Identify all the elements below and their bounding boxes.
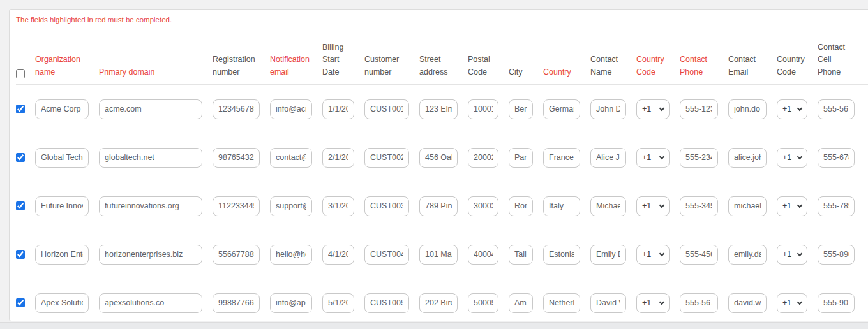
contact-phone-input[interactable] [680, 99, 718, 119]
notification-email-input[interactable] [270, 245, 312, 265]
postal-code-input[interactable] [468, 293, 498, 313]
country-input[interactable] [543, 196, 580, 216]
row-checkbox[interactable] [16, 105, 25, 113]
postal-code-input[interactable] [468, 245, 498, 265]
contact-cell-phone-input[interactable] [818, 245, 855, 265]
billing-start-date-input[interactable] [322, 196, 354, 216]
customer-number-input[interactable] [364, 245, 409, 265]
street-address-input[interactable] [419, 245, 458, 265]
column-header-customer-number: Customer number [364, 54, 409, 78]
contact-name-input[interactable] [590, 196, 626, 216]
country-input[interactable] [543, 245, 580, 265]
column-header-contact-email: Contact Email [728, 54, 767, 78]
column-header-street-address: Street address [419, 54, 458, 78]
notification-email-input[interactable] [270, 196, 312, 216]
notification-email-input[interactable] [270, 293, 312, 313]
chevron-down-icon [797, 299, 802, 304]
city-input[interactable] [509, 245, 533, 265]
chevron-down-icon [659, 105, 664, 110]
contact-phone-input[interactable] [680, 245, 718, 265]
cell-country-code-select[interactable]: +1 [777, 99, 807, 119]
contact-phone-input[interactable] [680, 148, 718, 168]
contact-cell-phone-input[interactable] [818, 99, 855, 119]
postal-code-input[interactable] [468, 148, 498, 168]
column-header-notification-email: Notification email [270, 54, 312, 78]
contact-phone-input[interactable] [680, 293, 718, 313]
notification-email-input[interactable] [270, 99, 312, 119]
column-header-country: Country [543, 66, 580, 78]
organization-name-input[interactable] [35, 99, 89, 119]
contact-name-input[interactable] [590, 293, 626, 313]
contact-name-input[interactable] [590, 99, 626, 119]
contact-email-input[interactable] [728, 99, 767, 119]
contact-email-input[interactable] [728, 245, 767, 265]
city-input[interactable] [509, 196, 533, 216]
customer-number-input[interactable] [364, 196, 409, 216]
primary-domain-input[interactable] [99, 99, 202, 119]
primary-domain-input[interactable] [99, 196, 202, 216]
cell-country-code-select[interactable]: +1 [777, 148, 807, 168]
country-input[interactable] [543, 148, 580, 168]
country-input[interactable] [543, 99, 580, 119]
table-row: +1 +1 [16, 230, 868, 279]
contact-email-input[interactable] [728, 148, 767, 168]
row-checkbox[interactable] [16, 153, 25, 162]
country-code-value: +1 [642, 201, 651, 210]
row-checkbox[interactable] [16, 250, 25, 259]
registration-number-input[interactable] [213, 148, 260, 168]
horizontal-scrollbar[interactable] [0, 322, 868, 329]
primary-domain-input[interactable] [99, 293, 202, 313]
country-code-select[interactable]: +1 [636, 99, 670, 119]
street-address-input[interactable] [419, 196, 458, 216]
cell-country-code-select[interactable]: +1 [777, 245, 807, 265]
row-checkbox[interactable] [16, 201, 25, 210]
billing-start-date-input[interactable] [322, 245, 354, 265]
contact-email-input[interactable] [728, 196, 767, 216]
contact-name-input[interactable] [590, 245, 626, 265]
select-all-checkbox[interactable] [16, 69, 25, 78]
customer-number-input[interactable] [364, 99, 409, 119]
registration-number-input[interactable] [213, 293, 260, 313]
country-code-select[interactable]: +1 [636, 196, 670, 216]
city-input[interactable] [509, 99, 533, 119]
column-header-country-code: Country Code [636, 54, 670, 78]
contact-phone-input[interactable] [680, 196, 718, 216]
organization-name-input[interactable] [35, 196, 89, 216]
contact-cell-phone-input[interactable] [818, 196, 855, 216]
primary-domain-input[interactable] [99, 245, 202, 265]
country-code-value: +1 [642, 298, 651, 307]
cell-country-code-select[interactable]: +1 [777, 196, 807, 216]
contact-email-input[interactable] [728, 293, 767, 313]
country-input[interactable] [543, 293, 580, 313]
table-row: +1 +1 [16, 279, 868, 321]
contact-cell-phone-input[interactable] [818, 148, 855, 168]
street-address-input[interactable] [419, 148, 458, 168]
cell-country-code-select[interactable]: +1 [777, 293, 807, 313]
notification-email-input[interactable] [270, 148, 312, 168]
contact-cell-phone-input[interactable] [818, 293, 855, 313]
country-code-select[interactable]: +1 [636, 245, 670, 265]
organization-name-input[interactable] [35, 148, 89, 168]
billing-start-date-input[interactable] [322, 148, 354, 168]
postal-code-input[interactable] [468, 99, 498, 119]
country-code-select[interactable]: +1 [636, 293, 670, 313]
contact-name-input[interactable] [590, 148, 626, 168]
organization-name-input[interactable] [35, 245, 89, 265]
billing-start-date-input[interactable] [322, 99, 354, 119]
customer-number-input[interactable] [364, 148, 409, 168]
row-checkbox[interactable] [16, 298, 25, 307]
postal-code-input[interactable] [468, 196, 498, 216]
street-address-input[interactable] [419, 99, 458, 119]
chevron-down-icon [797, 202, 802, 207]
registration-number-input[interactable] [213, 99, 260, 119]
primary-domain-input[interactable] [99, 148, 202, 168]
street-address-input[interactable] [419, 293, 458, 313]
city-input[interactable] [509, 148, 533, 168]
registration-number-input[interactable] [213, 196, 260, 216]
organization-name-input[interactable] [35, 293, 89, 313]
customer-number-input[interactable] [364, 293, 409, 313]
city-input[interactable] [509, 293, 533, 313]
country-code-select[interactable]: +1 [636, 148, 670, 168]
registration-number-input[interactable] [213, 245, 260, 265]
billing-start-date-input[interactable] [322, 293, 354, 313]
